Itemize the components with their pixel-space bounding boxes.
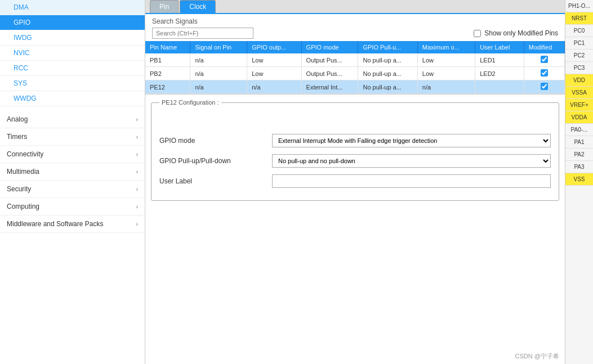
- gpio-mode-label: GPIO mode: [159, 137, 272, 145]
- pin-panel: PH1-O...NRSTPC0PC1PC2PC3VDDVSSAVREF+VDDA…: [565, 0, 593, 364]
- search-input[interactable]: [152, 28, 253, 39]
- pin-item-pa1[interactable]: PA1: [565, 136, 593, 149]
- sidebar-item-gpio[interactable]: GPIO: [0, 15, 145, 30]
- search-section: Search Signals Show only Modified Pins: [145, 14, 565, 41]
- chevron-right-icon: ›: [136, 134, 138, 140]
- sidebar-item-nvic[interactable]: NVIC: [0, 46, 145, 61]
- sidebar-item-sys[interactable]: SYS: [0, 76, 145, 91]
- modified-checkbox[interactable]: [541, 69, 548, 77]
- watermark: CSDN @宁子希: [515, 352, 559, 361]
- pin-item-pa3[interactable]: PA3: [565, 161, 593, 173]
- user-label-input[interactable]: [272, 174, 551, 188]
- table-row[interactable]: PE12n/an/aExternal Int...No pull-up a...…: [145, 80, 565, 94]
- user-label-label: User Label: [159, 177, 272, 185]
- pin-item-vdda[interactable]: VDDA: [565, 111, 593, 124]
- chevron-right-icon: ›: [136, 169, 138, 175]
- sidebar: DMA GPIO IWDG NVIC RCC SYS WWDG Analog ›…: [0, 0, 145, 364]
- sidebar-item-security[interactable]: Security ›: [0, 181, 145, 198]
- sidebar-item-multimedia[interactable]: Multimedia ›: [0, 163, 145, 181]
- sidebar-item-rcc[interactable]: RCC: [0, 61, 145, 76]
- sidebar-item-wwdg[interactable]: WWDG: [0, 91, 145, 106]
- config-row-user-label: User Label: [159, 174, 551, 188]
- show-modified-checkbox[interactable]: [474, 30, 481, 37]
- sidebar-item-connectivity[interactable]: Connectivity ›: [0, 146, 145, 163]
- config-title: PE12 Configuration :: [159, 99, 221, 106]
- show-modified-container: Show only Modified Pins: [474, 29, 558, 37]
- pin-item-pc1[interactable]: PC1: [565, 37, 593, 50]
- col-modified[interactable]: Modified: [524, 41, 564, 53]
- chevron-right-icon: ›: [136, 186, 138, 192]
- col-signal[interactable]: Signal on Pin: [190, 41, 247, 53]
- tab-pin[interactable]: Pin: [150, 0, 179, 13]
- pin-item-pc0[interactable]: PC0: [565, 25, 593, 37]
- config-row-gpio-pull: GPIO Pull-up/Pull-down No pull-up and no…: [159, 154, 551, 168]
- gpio-table: Pin Name Signal on Pin GPIO outp... GPIO…: [145, 41, 565, 94]
- pin-item-nrst[interactable]: NRST: [565, 12, 593, 25]
- col-gpio-output[interactable]: GPIO outp...: [247, 41, 301, 53]
- sidebar-item-iwdg[interactable]: IWDG: [0, 30, 145, 46]
- search-label: Search Signals: [152, 17, 558, 25]
- tabs-bar: Pin Clock: [145, 0, 565, 14]
- pin-item-vss[interactable]: VSS: [565, 173, 593, 186]
- gpio-table-container: Pin Name Signal on Pin GPIO outp... GPIO…: [145, 41, 565, 95]
- pin-item-vdd[interactable]: VDD: [565, 74, 593, 87]
- pin-item-vref[interactable]: VREF+: [565, 99, 593, 111]
- col-gpio-mode[interactable]: GPIO mode: [301, 41, 358, 53]
- chevron-right-icon: ›: [136, 221, 138, 227]
- main-content: Pin Clock Search Signals Show only Modif…: [145, 0, 565, 364]
- table-row[interactable]: PB1n/aLowOutput Pus...No pull-up a...Low…: [145, 53, 565, 67]
- tab-clock[interactable]: Clock: [180, 0, 216, 13]
- gpio-mode-select[interactable]: External Interrupt Mode with Falling edg…: [272, 134, 551, 147]
- chevron-right-icon: ›: [136, 151, 138, 158]
- col-user-label[interactable]: User Label: [475, 41, 524, 53]
- col-maximum[interactable]: Maximum o...: [417, 41, 475, 53]
- pin-item-pa2[interactable]: PA2: [565, 149, 593, 161]
- show-modified-label: Show only Modified Pins: [484, 29, 558, 37]
- pin-item-ph1[interactable]: PH1-O...: [565, 0, 593, 12]
- pin-item-pa0[interactable]: PA0-...: [565, 124, 593, 136]
- chevron-right-icon: ›: [136, 116, 138, 123]
- chevron-right-icon: ›: [136, 204, 138, 210]
- gpio-pull-select[interactable]: No pull-up and no pull-down Pull-up Pull…: [272, 154, 551, 168]
- sidebar-item-middleware[interactable]: Middleware and Software Packs ›: [0, 215, 145, 233]
- sidebar-item-dma[interactable]: DMA: [0, 0, 145, 15]
- modified-checkbox[interactable]: [541, 56, 548, 63]
- gpio-pull-label: GPIO Pull-up/Pull-down: [159, 157, 272, 165]
- pin-item-vssa[interactable]: VSSA: [565, 87, 593, 99]
- pin-item-pc3[interactable]: PC3: [565, 62, 593, 74]
- sidebar-item-analog[interactable]: Analog ›: [0, 111, 145, 128]
- config-row-gpio-mode: GPIO mode External Interrupt Mode with F…: [159, 134, 551, 147]
- modified-checkbox[interactable]: [541, 83, 548, 90]
- table-row[interactable]: PB2n/aLowOutput Pus...No pull-up a...Low…: [145, 67, 565, 80]
- sidebar-item-timers[interactable]: Timers ›: [0, 128, 145, 146]
- sidebar-item-computing[interactable]: Computing ›: [0, 198, 145, 215]
- pin-item-pc2[interactable]: PC2: [565, 50, 593, 62]
- col-pin-name[interactable]: Pin Name: [145, 41, 190, 53]
- col-gpio-pull[interactable]: GPIO Pull-u...: [358, 41, 417, 53]
